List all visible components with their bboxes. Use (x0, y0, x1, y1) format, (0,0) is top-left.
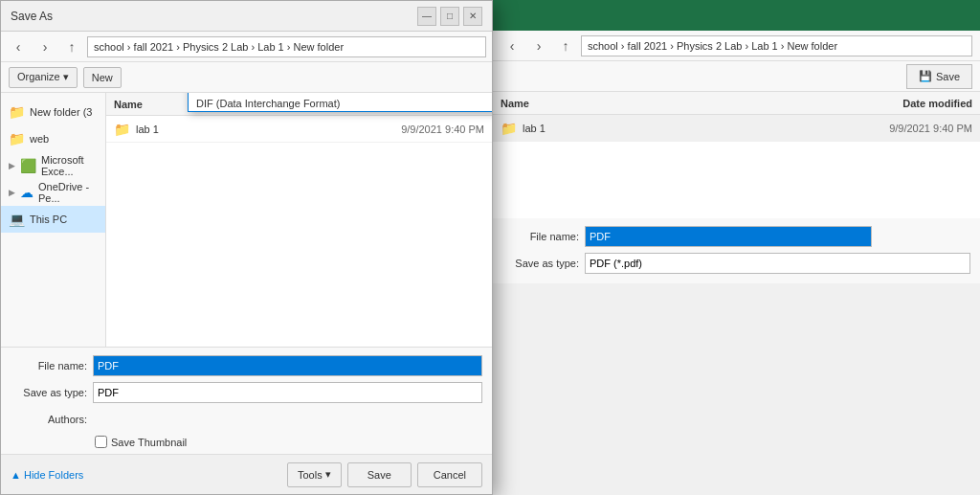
sidebar-label-new-folder: New folder (3 (30, 106, 92, 118)
bg-filename-label: File name: (502, 231, 579, 242)
savetype-input[interactable] (93, 382, 482, 403)
folder-icon-web: 📁 (9, 131, 25, 146)
cancel-button[interactable]: Cancel (417, 462, 482, 487)
breadcrumb: school › fall 2021 › Physics 2 Lab › Lab… (87, 36, 486, 57)
save-button[interactable]: Save (347, 462, 412, 487)
save-as-dialog: Save As — □ ✕ ‹ › ↑ school › fall 2021 ›… (0, 0, 493, 495)
tools-button[interactable]: Tools ▾ (287, 462, 342, 487)
bg-forward-btn[interactable]: › (527, 34, 550, 57)
bg-fields: File name: PDF Save as type: PDF (*.pdf) (493, 218, 980, 283)
dialog-titlebar: Save As — □ ✕ (1, 1, 492, 32)
bg-savetype-value: PDF (*.pdf) (590, 258, 642, 269)
hide-folders-label: ▲ Hide Folders (11, 469, 83, 481)
bg-breadcrumb: school › fall 2021 › Physics 2 Lab › Lab… (581, 35, 972, 56)
dialog-fields: File name: Save as type: Authors: Save T… (1, 347, 492, 454)
close-button[interactable]: ✕ (463, 7, 482, 26)
sidebar-item-microsoft-excel[interactable]: ▶ 🟩 Microsoft Exce... (1, 152, 105, 179)
file-name-lab1: lab 1 (136, 124, 395, 135)
bg-file-name: lab 1 (523, 123, 546, 134)
forward-button[interactable]: › (33, 35, 56, 58)
folder-icon-lab1: 📁 (114, 122, 130, 137)
sidebar-item-new-folder[interactable]: 📁 New folder (3 (1, 99, 105, 125)
savetype-row: Save as type: (11, 380, 482, 405)
new-folder-label: New (92, 72, 113, 83)
savetype-label: Save as type: (11, 387, 87, 398)
bg-file-date: 9/9/2021 9:40 PM (889, 123, 972, 134)
breadcrumb-text: school › fall 2021 › Physics 2 Lab › Lab… (94, 41, 344, 53)
sidebar-item-this-pc[interactable]: 💻 This PC (1, 206, 105, 233)
up-button[interactable]: ↑ (60, 35, 83, 58)
new-folder-button[interactable]: New (83, 67, 122, 88)
bg-save-icon: 💾 (919, 70, 932, 82)
expand-icon-onedrive: ▶ (9, 188, 15, 197)
bg-filename-value: PDF (590, 231, 611, 242)
sidebar-label-web: web (30, 133, 49, 145)
organize-label: Organize ▾ (17, 71, 69, 83)
bg-files-header: Name Date modified (493, 92, 980, 115)
sidebar-item-onedrive[interactable]: ▶ ☁ OneDrive - Pe... (1, 179, 105, 206)
savetype-wrapper (93, 382, 482, 403)
tools-label: Tools (298, 469, 323, 481)
sidebar-label-this-pc: This PC (30, 214, 67, 225)
bg-up-btn[interactable]: ↑ (554, 34, 577, 57)
folder-icon-new: 📁 (9, 104, 25, 120)
expand-icon-excel: ▶ (9, 161, 15, 170)
tools-arrow-icon: ▾ (325, 468, 331, 481)
bg-toolbar: 💾 Save (493, 61, 980, 92)
dropdown-item-dif[interactable]: DIF (Data Interchange Format) (189, 94, 492, 112)
bg-nav-bar: ‹ › ↑ school › fall 2021 › Physics 2 Lab… (493, 31, 980, 61)
filename-row: File name: (11, 353, 482, 378)
dialog-main: 📁 New folder (3 📁 web ▶ 🟩 Microsoft Exce… (1, 93, 492, 347)
thumbnail-label[interactable]: Save Thumbnail (111, 437, 187, 448)
titlebar-buttons: — □ ✕ (417, 7, 482, 26)
excel-icon: 🟩 (20, 158, 36, 173)
bg-breadcrumb-text: school › fall 2021 › Physics 2 Lab › Lab… (588, 40, 837, 52)
maximize-button[interactable]: □ (440, 7, 459, 26)
bg-filename-row: File name: PDF (502, 224, 970, 249)
onedrive-icon: ☁ (20, 185, 33, 200)
bg-col-date: Date modified (902, 98, 972, 109)
sidebar-item-web[interactable]: 📁 web (1, 125, 105, 152)
bg-file-item[interactable]: 📁 lab 1 9/9/2021 9:40 PM (493, 115, 980, 142)
dialog-title: Save As (11, 10, 53, 23)
bg-savetype-input[interactable]: PDF (*.pdf) (585, 253, 970, 274)
pc-icon: 💻 (9, 212, 25, 227)
bg-col-name: Name (501, 98, 529, 109)
sidebar-label-onedrive: OneDrive - Pe... (38, 181, 98, 204)
dialog-files: Name Date modified 📁 lab 1 9/9/2021 9:40… (106, 93, 492, 347)
bg-excel-header (493, 0, 980, 31)
filename-input[interactable] (93, 355, 482, 376)
back-button[interactable]: ‹ (7, 35, 30, 58)
action-buttons: Tools ▾ Save Cancel (287, 462, 482, 487)
bg-save-button[interactable]: 💾 Save (906, 64, 972, 89)
save-type-dropdown[interactable]: Excel Binary Workbook Excel 97-2003 Work… (188, 93, 492, 112)
file-item-lab1[interactable]: 📁 lab 1 9/9/2021 9:40 PM (106, 116, 492, 143)
authors-row: Authors: (11, 407, 482, 432)
bg-save-label: Save (936, 71, 960, 82)
bg-filename-input[interactable]: PDF (585, 226, 872, 247)
thumbnail-checkbox-row: Save Thumbnail (95, 436, 482, 448)
dialog-sidebar: 📁 New folder (3 📁 web ▶ 🟩 Microsoft Exce… (1, 93, 106, 347)
organize-button[interactable]: Organize ▾ (9, 67, 78, 88)
hide-folders-button[interactable]: ▲ Hide Folders (11, 469, 83, 481)
bg-savetype-label: Save as type: (502, 258, 579, 269)
dialog-toolbar: Organize ▾ New (1, 62, 492, 93)
minimize-button[interactable]: — (417, 7, 436, 26)
file-date-lab1: 9/9/2021 9:40 PM (401, 124, 484, 135)
sidebar-label-excel: Microsoft Exce... (41, 154, 98, 177)
bg-savetype-row: Save as type: PDF (*.pdf) (502, 251, 970, 276)
filename-label: File name: (11, 360, 87, 371)
thumbnail-checkbox[interactable] (95, 436, 107, 448)
dialog-navbar: ‹ › ↑ school › fall 2021 › Physics 2 Lab… (1, 32, 492, 62)
bg-folder-icon: 📁 (501, 121, 517, 136)
authors-label: Authors: (11, 414, 87, 425)
dialog-actions: ▲ Hide Folders Tools ▾ Save Cancel (1, 454, 492, 494)
background-window: ‹ › ↑ school › fall 2021 › Physics 2 Lab… (493, 0, 980, 495)
bg-back-btn[interactable]: ‹ (501, 34, 523, 57)
